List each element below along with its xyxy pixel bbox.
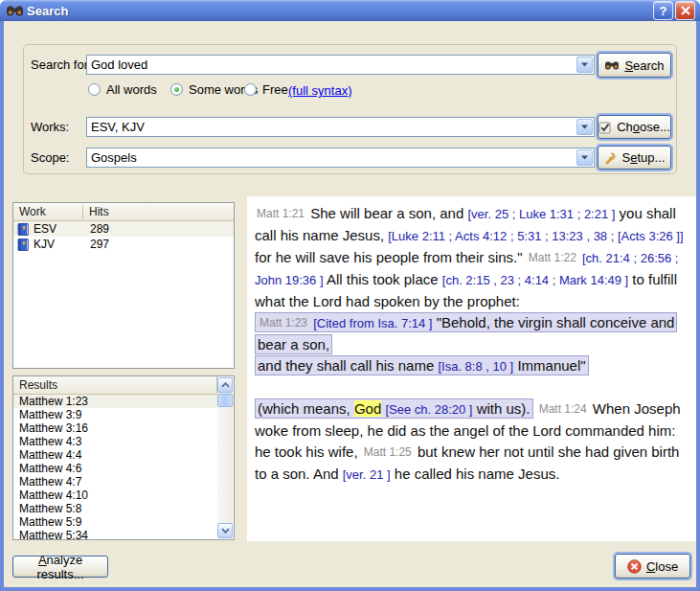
search-hit-highlight: God [354,400,381,417]
list-item[interactable]: Matthew 4:4 [13,448,234,462]
list-item[interactable]: Matthew 5:34 [13,529,234,540]
verse-text: She will bear a son, and [306,205,467,221]
window-title: Search [27,4,651,18]
scope-select[interactable]: Gospels [86,148,595,168]
works-label: Works: [31,120,69,134]
works-value: ESV, KJV [87,118,576,136]
full-syntax-link[interactable]: (full syntax) [288,83,351,98]
radio-circle-icon [88,83,101,96]
verse-text: for he will save his people from their s… [255,249,527,265]
analyze-button-label: Analyze results... [13,553,107,581]
cross-reference-link[interactable]: [ver. 25 ; Luke 1:31 ; 2:21 ] [467,207,615,221]
binoculars-icon [7,4,23,18]
chevron-down-icon[interactable] [576,57,593,73]
chevron-down-icon [221,528,230,534]
search-button-label: Search [624,58,664,73]
titlebar-close-button[interactable] [675,1,695,20]
work-name: ESV [34,222,56,236]
cross-reference-link[interactable]: [ch. 2:15 , 23 ; 4:14 ; Mark 14:49 ] [442,273,628,287]
work-cell: ESV [13,222,83,236]
list-item[interactable]: Matthew 4:7 [13,475,234,489]
radio-free[interactable]: Free [244,82,288,97]
search-for-label: Search for: [31,57,92,72]
verse-number: Matt 1:24 [537,402,589,416]
column-header-hits[interactable]: Hits [83,205,234,218]
radio-free-label: Free [262,82,288,97]
chevron-down-icon[interactable] [576,119,593,135]
close-x-icon [627,559,642,574]
help-button[interactable]: ? [653,1,673,20]
radio-selected-icon [170,83,183,96]
close-x-icon [681,6,690,15]
work-name: KJV [34,238,55,251]
results-list[interactable]: Matthew 1:23Matthew 3:9Matthew 3:16Matth… [13,395,234,540]
column-header-work[interactable]: Work [13,205,82,218]
verse-text: All this took place [324,271,442,287]
verse-number: Matt 1:22 [527,251,578,264]
work-cell: KJV [13,238,83,251]
hits-table-body: ESV289KJV297 [13,221,234,252]
close-button[interactable]: Close [615,554,690,579]
setup-button-label: Setup... [622,150,666,165]
checkmark-icon [598,121,612,134]
scope-label: Scope: [31,150,69,165]
book-icon [17,239,30,251]
wrench-icon [604,151,618,165]
scroll-up-button[interactable] [217,377,233,393]
list-item[interactable]: Matthew 4:3 [13,435,234,448]
list-item[interactable]: Matthew 3:9 [13,408,234,421]
titlebar[interactable]: Search ? [0,0,700,21]
binoculars-icon [604,59,620,72]
search-input-value: God loved [87,56,576,74]
cross-reference-link[interactable]: [Luke 2:11 ; Acts 4:12 ; 5:31 ; 13:23 , … [388,229,683,243]
results-scrollbar[interactable] [217,377,233,538]
works-select[interactable]: ESV, KJV [86,117,595,137]
chevron-up-icon [221,382,230,388]
table-row[interactable]: KJV297 [13,237,234,252]
radio-all-words-label: All words [106,82,157,97]
hits-panel: Work Hits ESV289KJV297 [12,202,235,369]
list-item[interactable]: Matthew 1:23 [13,395,234,408]
verse-text: and they shall call his name [258,357,438,374]
scrollbar-thumb[interactable] [217,394,233,407]
search-button[interactable]: Search [598,53,671,78]
list-item[interactable]: Matthew 4:6 [13,462,234,475]
highlighted-verse-run: (which means, God [See ch. 28:20 ] with … [255,398,533,419]
chevron-down-icon[interactable] [576,149,593,166]
verse-text: (which means, [258,400,354,417]
verse-text: he called his name Jesus. [391,466,560,482]
results-panel: Results Matthew 1:23Matthew 3:9Matthew 3… [12,375,235,540]
cross-reference-link[interactable]: [See ch. 28:20 ] [385,402,472,417]
verse-text: Immanuel" [513,357,585,374]
verse-preview-pane[interactable]: Matt 1:21 She will bear a son, and [ver.… [247,196,696,541]
list-item[interactable]: Matthew 3:16 [13,421,234,435]
verse-number: Matt 1:23 [258,316,309,330]
choose-works-button[interactable]: Choose... [598,115,671,139]
verse-number: Matt 1:21 [255,207,306,220]
list-item[interactable]: Matthew 4:10 [13,489,234,502]
hits-count: 297 [83,238,109,251]
cross-reference-link[interactable]: [Cited from Isa. 7:14 ] [313,316,432,330]
hits-table-header[interactable]: Work Hits [13,203,234,221]
search-input[interactable]: God loved [86,55,595,75]
hits-count: 289 [83,222,109,236]
highlighted-verse-run: Matt 1:23 [Cited from Isa. 7:14 ] "Behol… [255,312,677,375]
book-icon [17,223,30,236]
cross-reference-link[interactable]: [ver. 21 ] [343,467,391,482]
scroll-down-button[interactable] [217,523,233,538]
table-row[interactable]: ESV289 [13,221,234,237]
choose-button-label: Choose... [617,120,670,134]
verse-number: Matt 1:25 [362,445,414,459]
search-dialog-window: Search ? Search for: God loved [0,0,700,591]
scope-value: Gospels [87,148,576,167]
scope-setup-button[interactable]: Setup... [598,146,671,170]
cross-reference-link[interactable]: [Isa. 8:8 , 10 ] [438,359,513,374]
radio-circle-icon [244,83,257,96]
analyze-results-button[interactable]: Analyze results... [12,556,108,578]
list-item[interactable]: Matthew 5:8 [13,502,234,515]
list-item[interactable]: Matthew 5:9 [13,515,234,529]
results-header: Results [13,376,217,395]
results-header-label: Results [19,378,57,392]
verse-text: with us). [472,400,530,417]
radio-all-words[interactable]: All words [88,82,157,97]
